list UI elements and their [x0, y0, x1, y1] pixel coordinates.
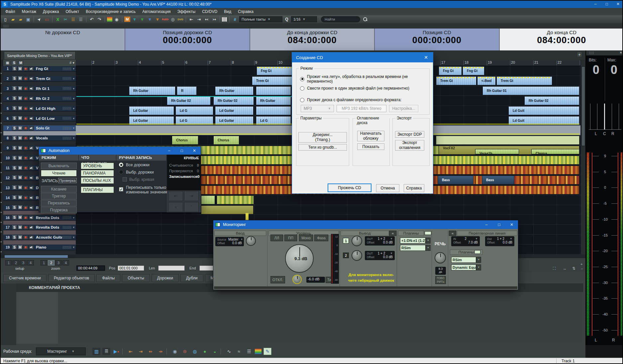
time-display[interactable]: 00:00:44:09	[76, 265, 105, 271]
track-arrow-icon[interactable]: ▸	[1, 82, 2, 85]
track-body[interactable]	[3, 141, 76, 145]
record-mode-1[interactable]: Триггер	[41, 193, 77, 199]
punch-mode-icon[interactable]: ◍	[191, 348, 199, 355]
monitor-speaker-icon[interactable]	[29, 215, 34, 220]
track-name[interactable]: Piano	[35, 245, 62, 249]
audio-clip[interactable]: Fng Gt	[439, 66, 462, 75]
audio-clip[interactable]	[217, 195, 254, 204]
vertical-scroll-thumb[interactable]	[581, 66, 585, 146]
mute-button[interactable]: M	[18, 76, 23, 81]
output-1-button[interactable]: 1	[343, 238, 349, 244]
cancel-button[interactable]: Отмена	[376, 184, 399, 192]
solo-button[interactable]: S	[12, 195, 17, 200]
grid-toggle-icon[interactable]: #	[232, 16, 238, 23]
title-bar[interactable]: S Samplitude Pro X6 Suite (Build 21418, …	[1, 1, 623, 8]
track-menu-icon[interactable]: ▾	[72, 216, 75, 219]
dock-tab[interactable]: Дорожки	[152, 274, 179, 282]
audio-clip[interactable]	[256, 106, 291, 115]
track-arrow-icon[interactable]: ▸	[1, 161, 2, 164]
zoom-preset-button-2[interactable]: 2	[48, 260, 54, 265]
menu-Монтаж[interactable]: Монтаж	[19, 8, 40, 15]
close-icon[interactable]: ✕	[505, 222, 518, 227]
mute-button[interactable]: M	[18, 146, 23, 150]
track-arrow-icon[interactable]: ▸	[1, 230, 2, 233]
cd-dialog-titlebar[interactable]: Создание CD ✕	[292, 52, 433, 62]
audio-clip[interactable]: Verse1b	[475, 149, 519, 154]
solo-button[interactable]: S	[12, 146, 17, 150]
dock-tab[interactable]: Объекты	[122, 274, 150, 282]
overwrite-checkbox[interactable]: ✓	[119, 187, 123, 191]
record-arm-icon[interactable]	[23, 76, 28, 81]
audio-clip[interactable]	[436, 136, 579, 145]
audio-clip[interactable]	[201, 195, 215, 204]
record-arm-icon[interactable]	[23, 166, 28, 170]
len-field[interactable]	[158, 265, 185, 271]
grid-mode-dropdown[interactable]: Полные такты▼	[239, 16, 282, 22]
quantize-icon[interactable]: Q	[283, 16, 290, 23]
global-solo-button[interactable]: S	[11, 61, 17, 65]
mute-button[interactable]: M	[18, 67, 23, 71]
dock-tab[interactable]: Дубли	[180, 274, 203, 282]
output-2-display[interactable]: OUT1 + 2▼ Offset0.0 dB	[365, 251, 395, 260]
record-mode-icon[interactable]: ◉	[171, 348, 179, 355]
format-settings-button[interactable]: Настройка...	[389, 105, 418, 112]
export-toc-button[interactable]: Экспортоглавления	[395, 140, 424, 151]
record-mode-0[interactable]: Касание	[41, 186, 77, 192]
maximize-button[interactable]: □	[601, 1, 612, 8]
mute-button[interactable]: M	[18, 156, 23, 160]
solo-button[interactable]: S	[12, 235, 17, 240]
solo-button[interactable]: S	[12, 185, 17, 190]
track-name[interactable]: Revolta Dots	[35, 225, 62, 229]
format-info-field[interactable]: MP3 192 kBit/s Stereo	[337, 105, 386, 112]
menu-Эффекты[interactable]: Эффекты	[174, 8, 199, 15]
curve-next-icon[interactable]: ⇥	[184, 191, 199, 201]
track-menu-icon[interactable]: ▾	[72, 246, 75, 249]
zoom-preset-button-3[interactable]: 3	[55, 260, 62, 265]
track-arrow-icon[interactable]: ▸	[1, 111, 2, 114]
track-menu-icon[interactable]: ▾	[72, 107, 75, 110]
minimize-icon[interactable]: –	[480, 222, 493, 227]
grip-icon[interactable]	[589, 51, 594, 54]
collapse-talkback-icon[interactable]: «	[449, 231, 456, 236]
audio-clip[interactable]: Bass	[438, 176, 473, 184]
menu-Воспроизведение и запись[interactable]: Воспроизведение и запись	[82, 8, 139, 15]
track-name[interactable]: Trem Gt	[35, 77, 62, 81]
mute-button[interactable]: M	[18, 225, 23, 230]
audio-clip[interactable]: Trem Gt	[252, 76, 292, 85]
monitor-speaker-icon[interactable]	[29, 146, 34, 150]
dithering-button[interactable]: Дизеринг...(Triang.)	[298, 132, 347, 143]
zoom-horizontal-icon[interactable]: ↔	[563, 266, 567, 271]
marker-left-icon[interactable]: ⇷	[147, 348, 155, 355]
talkback-plugin-slot-1[interactable]: RSim▼	[451, 257, 481, 263]
piano-grid-icon[interactable]	[222, 17, 227, 22]
audio-clip[interactable]: Chorus	[213, 136, 239, 145]
output-2-knob[interactable]	[352, 250, 362, 261]
track-body[interactable]	[3, 111, 76, 116]
record-arm-icon[interactable]	[23, 195, 28, 200]
record-arm-icon[interactable]	[23, 86, 28, 91]
audio-clip[interactable]: Rh Guitar 02	[167, 96, 211, 105]
zoom-out-icon[interactable]: −	[581, 267, 583, 271]
range-tool-icon[interactable]: ▭	[44, 16, 50, 23]
solo-button[interactable]: S	[12, 106, 17, 110]
mute-button[interactable]: M	[18, 126, 23, 130]
export-ddp-button[interactable]: Экспорт DDP	[395, 131, 424, 138]
track-header[interactable]: 16 S M Revolta Dots ▾	[3, 215, 76, 221]
track-fx-blue-icon[interactable]: ▼	[147, 16, 153, 23]
monitoring-titlebar[interactable]: Мониторинг – □ ✕	[213, 220, 518, 229]
record-arm-icon[interactable]	[23, 205, 28, 210]
dock-tab[interactable]: Редактор объектов	[48, 274, 95, 282]
burn-on-fly-radio[interactable]: Прожиг «на лету», обработка в реальном в…	[300, 74, 433, 84]
zoom-vertical-icon[interactable]: ⇅	[572, 266, 575, 271]
what-button-0[interactable]: УРОВЕНЬ	[81, 163, 114, 169]
close-icon[interactable]: ✕	[188, 148, 201, 153]
audio-clip[interactable]: Rh Guitar	[256, 96, 291, 105]
track-menu-icon[interactable]: ▾	[72, 126, 75, 130]
redo-icon[interactable]: ↷	[96, 16, 103, 23]
audio-clip[interactable]: Rh Guitar 02	[524, 96, 579, 105]
input-source-display[interactable]: SourceMaster▼ Offset0.0 dB	[215, 237, 244, 246]
track-name[interactable]: Ld Gt Low	[35, 116, 62, 120]
minimize-button[interactable]: –	[590, 1, 601, 8]
output-1-display[interactable]: OUT1 + 2▼ Offset0.0 dB	[365, 236, 395, 246]
track-body[interactable]	[3, 72, 76, 76]
